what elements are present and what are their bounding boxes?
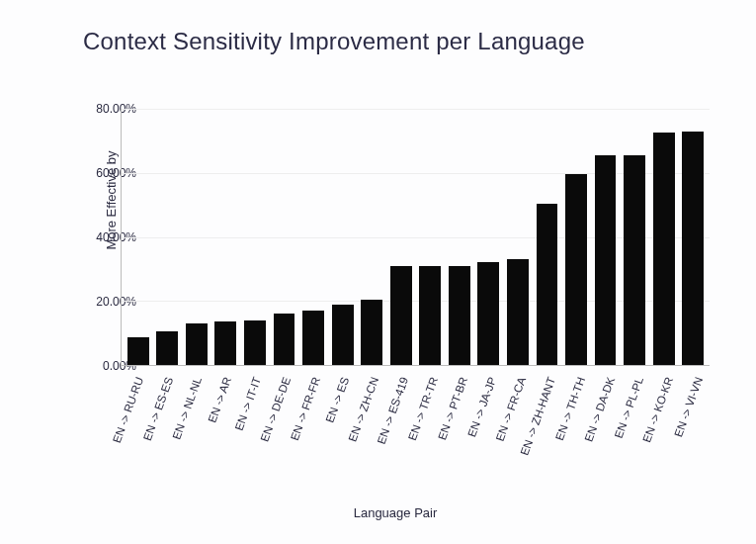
bars-container (122, 109, 710, 365)
bar (361, 300, 382, 365)
y-axis-label: More Effective by (104, 102, 119, 300)
bar-slot (270, 109, 299, 365)
bar-slot (503, 109, 533, 365)
bar-slot (415, 109, 445, 365)
bar-slot (298, 109, 328, 365)
bar (507, 259, 529, 365)
bar-slot (533, 109, 562, 365)
bar (156, 331, 178, 365)
x-ticks-container: EN -> RU-RUEN -> ES-ESEN -> NL-NLEN -> A… (121, 370, 710, 479)
bar (595, 155, 617, 365)
bar (565, 174, 587, 365)
bar (449, 266, 470, 365)
bar (127, 337, 149, 365)
bar (682, 132, 704, 365)
bar (186, 323, 208, 365)
bar (653, 133, 675, 365)
chart-title: Context Sensitivity Improvement per Lang… (83, 28, 585, 55)
bar (624, 155, 645, 365)
x-tick-label: EN -> AR (207, 376, 234, 424)
bar-slot (591, 109, 621, 365)
bar-slot (357, 109, 386, 365)
bar-slot (182, 109, 211, 365)
bar-slot (386, 109, 416, 365)
bar (477, 262, 499, 365)
x-axis-label: Language Pair (59, 505, 731, 520)
bar (274, 314, 295, 365)
bar-slot (153, 109, 183, 365)
bar (244, 320, 266, 365)
bar-slot (328, 109, 358, 365)
plot-area (121, 109, 710, 366)
chart-container: More Effective by 0.00% 20.00% 40.00% 60… (59, 109, 731, 524)
bar (332, 305, 354, 366)
bar-slot (211, 109, 241, 365)
bar-slot (649, 109, 679, 365)
bar (419, 266, 441, 365)
bar-slot (678, 109, 708, 365)
bar-slot (124, 109, 153, 365)
bar (302, 311, 324, 365)
bar-slot (240, 109, 270, 365)
bar-slot (620, 109, 649, 365)
bar (390, 266, 412, 365)
bar (214, 321, 236, 365)
bar-slot (445, 109, 474, 365)
bar (537, 204, 558, 365)
bar-slot (561, 109, 591, 365)
x-tick-label: EN -> RU-RU (111, 376, 145, 445)
bar-slot (474, 109, 504, 365)
x-tick-label: EN -> ES (324, 376, 352, 424)
